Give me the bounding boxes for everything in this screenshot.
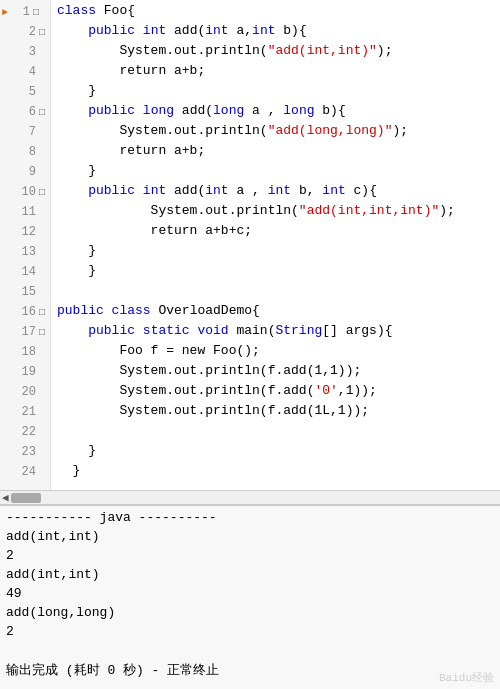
plain-token: a ,	[252, 103, 283, 118]
line-info-19: 19	[0, 362, 50, 382]
plain-token: c){	[354, 183, 377, 198]
code-line-11: System.out.println("add(int,int,int)");	[57, 200, 500, 220]
keyword-token: int	[143, 23, 174, 38]
string-token: "add(int,int)"	[268, 43, 377, 58]
code-line-13: }	[57, 240, 500, 260]
line-num: 13	[14, 245, 36, 259]
line-info-3: 3	[0, 42, 50, 62]
fold-icon[interactable]: □	[36, 307, 48, 318]
keyword-token: public	[57, 23, 143, 38]
output-header: ----------- java ----------	[6, 510, 494, 525]
code-line-18: Foo f = new Foo();	[57, 340, 500, 360]
code-line-1: class Foo{	[57, 0, 500, 20]
plain-token: Foo{	[104, 3, 135, 18]
line-info-21: 21	[0, 402, 50, 422]
line-info-23: 23	[0, 442, 50, 462]
line-num: 19	[14, 365, 36, 379]
code-line-22	[57, 420, 500, 440]
line-num: 10	[14, 185, 36, 199]
line-info-15: 15	[0, 282, 50, 302]
plain-token: return a+b;	[57, 143, 205, 158]
plain-token: ,1));	[338, 383, 377, 398]
code-line-17: public static void main(String[] args){	[57, 320, 500, 340]
plain-token: add(	[182, 103, 213, 118]
line-num: 7	[14, 125, 36, 139]
line-num: 1	[8, 5, 30, 19]
line-num: 9	[14, 165, 36, 179]
fold-icon[interactable]: □	[36, 107, 48, 118]
code-line-9: }	[57, 160, 500, 180]
fold-icon[interactable]: □	[30, 7, 42, 18]
plain-token: add(	[174, 23, 205, 38]
code-line-6: public long add(long a , long b){	[57, 100, 500, 120]
string-token: "add(long,long)"	[268, 123, 393, 138]
code-line-16: public class OverloadDemo{	[57, 300, 500, 320]
line-info-17: 17□	[0, 322, 50, 342]
code-line-12: return a+b+c;	[57, 220, 500, 240]
code-line-15	[57, 280, 500, 300]
plain-token: Foo f = new Foo();	[57, 343, 260, 358]
keyword-token: class	[112, 303, 159, 318]
plain-token: }	[57, 263, 96, 278]
plain-token: System.out.println(	[57, 43, 268, 58]
fold-icon[interactable]: □	[36, 187, 48, 198]
plain-token: [] args){	[322, 323, 392, 338]
code-lines: class Foo{ public int add(int a,int b){ …	[51, 0, 500, 490]
line-info-8: 8	[0, 142, 50, 162]
line-info-18: 18	[0, 342, 50, 362]
code-line-8: return a+b;	[57, 140, 500, 160]
keyword-token: long	[143, 103, 182, 118]
plain-token: }	[57, 243, 96, 258]
keyword-token: class	[57, 3, 104, 18]
keyword-token: int	[205, 23, 236, 38]
plain-token: main(	[236, 323, 275, 338]
line-info-20: 20	[0, 382, 50, 402]
scroll-thumb[interactable]	[11, 493, 41, 503]
line-num: 3	[14, 45, 36, 59]
output-line	[6, 641, 494, 660]
line-info-12: 12	[0, 222, 50, 242]
plain-token: }	[57, 463, 80, 478]
line-info-7: 7	[0, 122, 50, 142]
keyword-token: static	[143, 323, 198, 338]
line-info-9: 9	[0, 162, 50, 182]
code-line-3: System.out.println("add(int,int)");	[57, 40, 500, 60]
line-num: 4	[14, 65, 36, 79]
plain-token: }	[57, 163, 96, 178]
keyword-token: public	[57, 183, 143, 198]
plain-token: );	[439, 203, 455, 218]
line-num: 20	[14, 385, 36, 399]
line-num: 6	[14, 105, 36, 119]
output-line: 2	[6, 546, 494, 565]
line-info-2: 2□	[0, 22, 50, 42]
watermark: Baidu经验	[439, 670, 494, 685]
line-info-14: 14	[0, 262, 50, 282]
horizontal-scrollbar[interactable]: ◀	[0, 490, 500, 504]
plain-token: }	[57, 83, 96, 98]
code-line-19: System.out.println(f.add(1,1));	[57, 360, 500, 380]
line-num: 2	[14, 25, 36, 39]
plain-token: System.out.println(f.add(1L,1));	[57, 403, 369, 418]
code-line-23: }	[57, 440, 500, 460]
fold-icon[interactable]: □	[36, 27, 48, 38]
output-lines: add(int,int)2add(int,int)49add(long,long…	[6, 527, 494, 679]
output-line: add(int,int)	[6, 565, 494, 584]
plain-token: System.out.println(	[57, 123, 268, 138]
code-line-10: public int add(int a , int b, int c){	[57, 180, 500, 200]
type-token: String	[275, 323, 322, 338]
keyword-token: public	[57, 323, 143, 338]
line-info-6: 6□	[0, 102, 50, 122]
keyword-token: int	[268, 183, 299, 198]
output-line: 输出完成 (耗时 0 秒) - 正常终止	[6, 660, 494, 679]
code-line-24: }	[57, 460, 500, 480]
line-info-16: 16□	[0, 302, 50, 322]
string-token: '0'	[314, 383, 337, 398]
plain-token: b,	[299, 183, 322, 198]
output-line: add(long,long)	[6, 603, 494, 622]
plain-token: System.out.println(f.add(	[57, 383, 314, 398]
line-num: 12	[14, 225, 36, 239]
plain-token: OverloadDemo{	[158, 303, 259, 318]
fold-icon[interactable]: □	[36, 327, 48, 338]
code-line-2: public int add(int a,int b){	[57, 20, 500, 40]
line-num: 16	[14, 305, 36, 319]
